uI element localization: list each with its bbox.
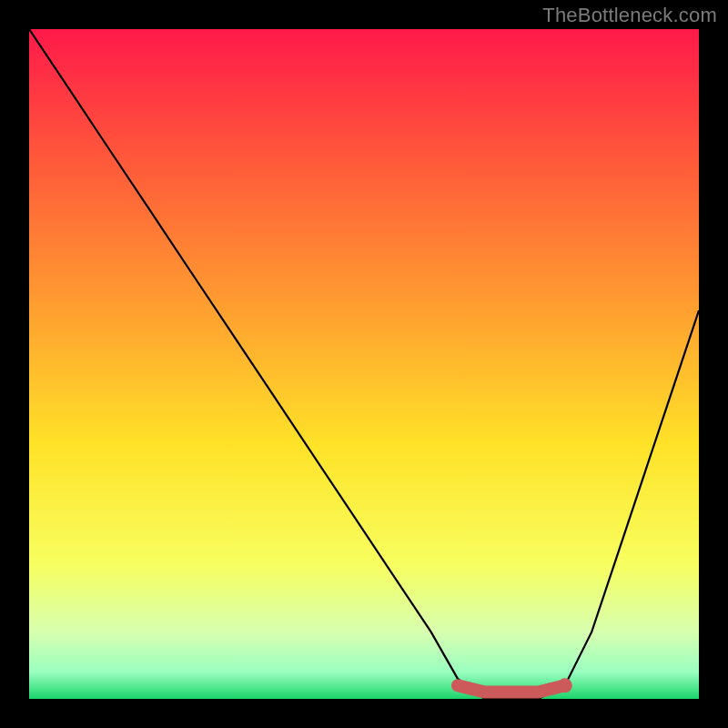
bottleneck-curve (29, 29, 699, 699)
watermark-text: TheBottleneck.com (542, 4, 717, 27)
curve-layer (29, 29, 699, 699)
optimal-point-dot (558, 678, 572, 693)
optimal-range-highlight (458, 685, 565, 692)
plot-area (29, 29, 699, 699)
chart-frame: TheBottleneck.com (0, 0, 728, 728)
